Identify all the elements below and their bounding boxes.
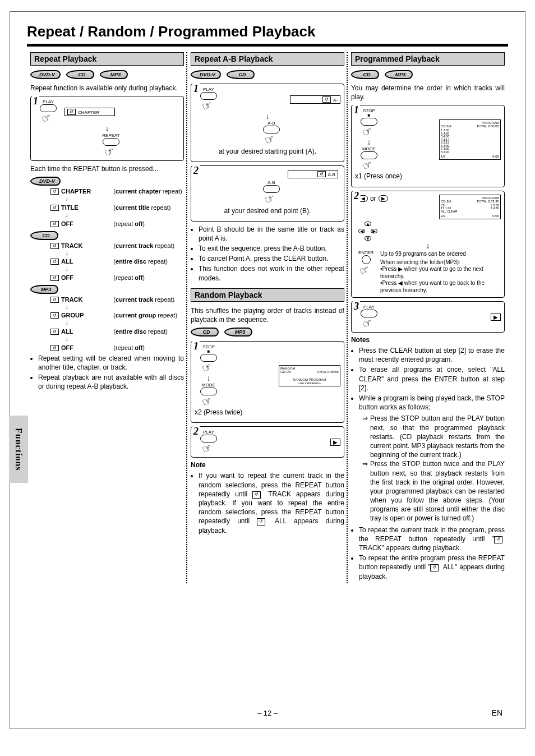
ab-step2: 2 ↺A-B A-B ☞ at your desired end point (… [191,165,344,222]
arrow-note: Press the STOP button twice and the PLAY… [362,459,505,523]
random-intro: This shuffles the playing order of track… [191,306,344,324]
prog-screen-2: PROGRAM CD-DATOTAL 0:03:30 CD 1 3:30 T1 … [439,195,501,220]
bullet: To exit the sequence, press the A-B butt… [199,244,344,253]
prog-step1: 1 STOP■ ☞ ↓ MODE ☞ [351,105,505,187]
right-key-icon: ▶ [379,195,388,202]
cursor-keys-icon: ◀▶▲▼ [358,222,377,241]
osd-ab: ↺A-B [288,170,338,178]
arrow-icon: ↓ [65,266,184,272]
page-lang: EN [492,708,502,717]
ab-caption-a: at your desired starting point (A). [195,147,340,156]
arrow-icon: ↓ [34,125,180,132]
hdr-ab: Repeat A-B Playback [191,52,344,66]
divider [186,52,187,583]
badge-mp3: MP3 [100,70,128,79]
stop-button-icon: STOP■ ☞ [200,345,217,373]
prog-step3: 3 PLAY ☞ ▶ [351,301,505,333]
random-screen: RANDOM CD-DATOTAL 0:45:55 RANDOM PROGRAM… [279,365,340,386]
arrow-note: Press the STOP button and the PLAY butto… [362,414,505,459]
note: Repeat setting will be cleared when movi… [38,354,184,372]
seq-cd-all: ↺ALL (entire disc repeat) [50,257,184,265]
seq-cd-track: ↺TRACK (current track repeat) [50,242,184,250]
or-text: or [370,195,376,202]
hdr-repeat: Repeat Playback [30,52,184,66]
prog-screen-1: PROGRAM CD-DATOTAL 0:00:00 1 3:30 2 4:30… [439,119,501,160]
badge-cd: CD [227,70,255,79]
arrow-icon: ↓ [65,320,184,326]
badge-mp3: MP3 [385,70,413,79]
bullet: To cancel Point A, press the CLEAR butto… [199,254,344,263]
badge-cd: CD [191,328,219,336]
bullet: Press the CLEAR button at step [2] to er… [359,346,505,364]
seq-cd-off: ↺OFF (repeat off) [50,274,184,282]
divider [347,52,348,583]
title-rule [27,44,508,47]
ab-button-icon: A-B ☞ [202,181,340,204]
random-note: If you want to repeat the current track … [191,471,344,534]
arrow-icon: ↓ [65,251,184,256]
repeat-step1: 1 PLAY ☞ ↺CHAPTER ↓ REPEAT [30,96,184,161]
badge-mp3-2: MP3 [30,285,58,294]
badge-cd: CD [351,70,379,79]
badges-repeat: DVD-V CD MP3 [30,70,184,79]
osd-chapter: ↺CHAPTER [64,108,115,116]
repeat-notes: Repeat setting will be cleared when movi… [30,354,184,391]
enter-button-icon: ENTER ☞ [358,251,373,275]
page-number: – 12 – [10,709,525,717]
note: Repeat playback are not available with a… [38,373,184,391]
badge-dvdv-2: DVD-V [30,177,61,186]
badge-cd-2: CD [30,231,58,240]
hdr-random: Random Playback [191,288,344,302]
seq-dvd-chapter: ↺CHAPTER (current chapter repeat) [50,187,184,195]
hdr-programmed: Programmed Playback [351,52,505,66]
notes-heading: Notes [351,336,505,344]
bullet: To erase all programs at once, select "A… [359,365,505,393]
columns: Repeat Playback DVD-V CD MP3 Repeat func… [27,52,508,583]
play-button-icon: PLAY ☞ [361,305,377,329]
repeat-intro: Repeat function is available only during… [30,84,184,93]
play-button-icon: PLAY ☞ [40,100,57,123]
seq-mp3-off: ↺OFF (repeat off) [50,344,184,352]
osd-a: ↺A- [290,95,340,104]
badge-dvdv: DVD-V [30,70,61,79]
seq-mp3-all: ↺ALL (entire disc repeat) [50,328,184,335]
play-triangle-icon: ▶ [491,314,501,321]
manual-page: Functions Repeat / Random / Programmed P… [10,11,525,729]
ab-button-icon: A-B ☞ [202,121,340,145]
prog-step2: 2 ◀ or ▶ PROGRAM CD-DATOTAL 0:03:30 CD 1… [351,191,505,298]
bullet: If you want to repeat the current track … [199,471,344,534]
bullet: Point B should be in the same title or t… [199,225,344,243]
ab-caption-b: at your desired end point (B). [195,206,340,215]
play-button-icon: PLAY ☞ [200,87,217,111]
stop-button-icon: STOP■ ☞ [361,109,377,137]
note-heading: Note [191,461,344,469]
repeat-after-press: Each time the REPEAT button is pressed..… [30,164,184,173]
col-ab-random: Repeat A-B Playback DVD-V CD 1 PLAY ☞ ↺A… [187,52,348,583]
page-title: Repeat / Random / Programmed Playback [27,23,508,40]
play-triangle-icon: ▶ [330,439,340,446]
badge-mp3: MP3 [224,328,252,336]
seq-dvd-off: ↺OFF (repeat off) [50,220,184,228]
badge-cd: CD [66,70,94,79]
random-step1: 1 STOP■ ☞ ↓ MODE ☞ [191,341,344,423]
side-tab-functions: Functions [9,416,28,483]
col-programmed: Programmed Playback CD MP3 You may deter… [348,52,508,583]
bullet: To repeat the current track in the progr… [359,525,505,553]
bullet: While a program is being played back, th… [359,394,505,412]
arrow-icon: ↓ [65,196,184,202]
mode-button-icon: MODE ☞ [200,383,217,407]
arrow-icon: ↓ [65,336,184,342]
arrow-icon: ↓ [65,305,184,310]
arrow-icon: ↓ [65,213,184,218]
ab-bullets: Point B should be in the same title or t… [191,225,344,283]
seq-mp3-group: ↺GROUP (current group repeat) [50,311,184,319]
play-button-icon: PLAY ☞ [200,430,217,454]
mode-button-icon: MODE ☞ [361,147,377,170]
badge-dvdv: DVD-V [191,70,221,79]
prog-intro: You may determine the order in which tra… [351,84,505,102]
random-step2: 2 PLAY ☞ ▶ [191,426,344,458]
prog-hints: Up to 99 programs can be ordered When se… [377,251,501,294]
bullet: This function does not work in the other… [199,264,344,282]
step-num-1: 1 [32,95,39,107]
seq-mp3-track: ↺TRACK (current track repeat) [50,296,184,303]
